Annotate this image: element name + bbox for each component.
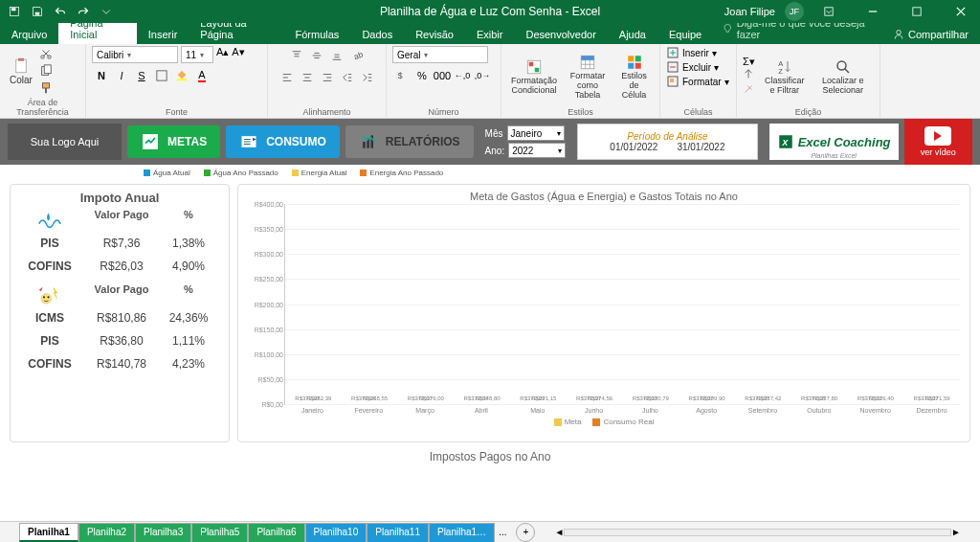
font-name-combo[interactable]: Calibri bbox=[92, 46, 178, 63]
avatar[interactable]: JF bbox=[785, 2, 804, 21]
month-select[interactable]: Janeiro bbox=[507, 125, 565, 141]
increase-font-icon[interactable]: A▴ bbox=[216, 46, 229, 63]
increase-decimal-icon[interactable]: ←,0 bbox=[453, 66, 472, 85]
align-top-icon[interactable] bbox=[287, 46, 306, 65]
svg-rect-1 bbox=[11, 8, 16, 11]
tax-row: COFINSR$140,784,23% bbox=[16, 352, 223, 375]
tab-formulas[interactable]: Fórmulas bbox=[284, 25, 351, 44]
share-button[interactable]: Compartilhar bbox=[881, 25, 980, 44]
tab-data[interactable]: Dados bbox=[350, 25, 404, 44]
underline-button[interactable]: S bbox=[132, 66, 151, 85]
bold-button[interactable]: N bbox=[92, 66, 111, 85]
align-middle-icon[interactable] bbox=[307, 46, 326, 65]
increase-indent-icon[interactable] bbox=[358, 68, 377, 87]
svg-point-74 bbox=[41, 294, 52, 305]
group-number-label: Número bbox=[392, 106, 495, 118]
nav-metas[interactable]: METAS bbox=[127, 125, 220, 158]
save-icon[interactable] bbox=[27, 2, 48, 21]
redo-icon[interactable] bbox=[73, 2, 94, 21]
font-color-button[interactable]: A bbox=[192, 66, 212, 85]
currency-icon[interactable]: $ bbox=[392, 66, 412, 85]
conditional-formatting-button[interactable]: Formatação Condicional bbox=[507, 56, 561, 97]
sheet-tab[interactable]: Planilha2 bbox=[78, 523, 135, 542]
sheet-tabs: Planilha1Planilha2Planilha3Planilha5Plan… bbox=[0, 521, 980, 542]
play-icon bbox=[924, 126, 951, 146]
video-button[interactable]: ver vídeo bbox=[904, 119, 972, 165]
tab-help[interactable]: Ajuda bbox=[608, 25, 657, 44]
insert-cells-button[interactable]: Inserir▾ bbox=[666, 46, 717, 59]
sheet-tab[interactable]: Planilha5 bbox=[191, 523, 248, 542]
svg-rect-62 bbox=[670, 79, 674, 82]
paste-button[interactable]: Colar bbox=[6, 56, 36, 87]
svg-rect-5 bbox=[913, 8, 921, 15]
nav-consumo[interactable]: CONSUMO bbox=[226, 125, 340, 158]
chart-legend: Meta Consumo Real bbox=[244, 418, 964, 426]
tax-row: COFINSR$26,034,90% bbox=[16, 255, 223, 278]
svg-rect-13 bbox=[42, 82, 49, 87]
group-font-label: Fonte bbox=[92, 106, 261, 118]
fill-color-button[interactable] bbox=[172, 66, 191, 85]
decrease-indent-icon[interactable] bbox=[338, 68, 357, 87]
delete-cells-button[interactable]: Excluir▾ bbox=[666, 60, 719, 74]
autosum-icon[interactable]: Σ▾ bbox=[743, 56, 755, 68]
sheet-tab[interactable]: Planilha10 bbox=[305, 523, 368, 542]
sheet-tab[interactable]: Planilha1… bbox=[429, 523, 495, 542]
top-legend: Água Atual Água Ano Passado Energia Atua… bbox=[0, 165, 980, 180]
year-select[interactable]: 2022 bbox=[508, 143, 566, 158]
tab-review[interactable]: Revisão bbox=[404, 25, 465, 44]
tab-view[interactable]: Exibir bbox=[465, 25, 515, 44]
sheets-more[interactable]: ... bbox=[495, 527, 510, 537]
tab-insert[interactable]: Inserir bbox=[137, 25, 189, 44]
sheet-tab[interactable]: Planilha3 bbox=[135, 523, 191, 542]
tax-row: PISR$36,801,11% bbox=[16, 329, 223, 352]
group-styles-label: Estilos bbox=[507, 106, 654, 118]
cut-icon[interactable] bbox=[39, 47, 53, 62]
sheet-tab[interactable]: Planilha11 bbox=[367, 523, 429, 542]
svg-rect-7 bbox=[16, 59, 27, 73]
autosave-icon[interactable] bbox=[4, 2, 25, 21]
format-cells-button[interactable]: Formatar▾ bbox=[666, 75, 729, 88]
align-left-icon[interactable] bbox=[278, 68, 297, 87]
decrease-font-icon[interactable]: A▾ bbox=[232, 46, 244, 63]
cell-styles-button[interactable]: Estilos de Célula bbox=[614, 52, 654, 102]
find-select-button[interactable]: Localizar e Selecionar bbox=[814, 56, 872, 97]
decrease-decimal-icon[interactable]: ,0→ bbox=[473, 66, 492, 85]
user-name[interactable]: Joan Filipe bbox=[724, 6, 775, 17]
sort-filter-button[interactable]: AZClassificar e Filtrar bbox=[758, 56, 812, 97]
tab-team[interactable]: Equipe bbox=[657, 25, 713, 44]
nav-relatorios[interactable]: RELATÓRIOS bbox=[345, 125, 474, 158]
maximize-button[interactable] bbox=[898, 0, 936, 23]
align-right-icon[interactable] bbox=[318, 68, 337, 87]
align-bottom-icon[interactable] bbox=[327, 46, 346, 65]
format-as-table-button[interactable]: Formatar como Tabela bbox=[564, 52, 612, 102]
ribbon-options-icon[interactable] bbox=[810, 0, 848, 23]
svg-text:Z: Z bbox=[778, 66, 783, 75]
italic-button[interactable]: I bbox=[112, 66, 131, 85]
new-sheet-button[interactable]: + bbox=[516, 523, 535, 542]
sheet-tab[interactable]: Planilha6 bbox=[248, 523, 304, 542]
align-center-icon[interactable] bbox=[298, 68, 317, 87]
file-menu[interactable]: Arquivo bbox=[0, 25, 58, 44]
close-button[interactable] bbox=[942, 0, 980, 23]
border-button[interactable] bbox=[152, 66, 171, 85]
horizontal-scrollbar[interactable]: ◄► bbox=[554, 528, 961, 537]
percent-icon[interactable]: % bbox=[412, 66, 432, 85]
window-title: Planilha de Água e Luz Com Senha - Excel bbox=[380, 5, 600, 18]
fill-icon[interactable] bbox=[743, 69, 755, 82]
clear-icon[interactable] bbox=[743, 83, 755, 97]
tax-panel: Impoto Anual Valor Pago% PISR$7,361,38%C… bbox=[10, 184, 230, 442]
number-format-combo[interactable]: Geral bbox=[392, 46, 488, 63]
font-size-combo[interactable]: 11 bbox=[181, 46, 213, 63]
orientation-icon[interactable]: ab bbox=[347, 46, 367, 65]
svg-rect-55 bbox=[635, 62, 640, 68]
sheet-tab[interactable]: Planilha1 bbox=[19, 523, 78, 542]
qat-dropdown-icon[interactable] bbox=[96, 2, 117, 21]
undo-icon[interactable] bbox=[50, 2, 71, 21]
format-painter-icon[interactable] bbox=[39, 81, 53, 97]
copy-icon[interactable] bbox=[39, 64, 53, 79]
minimize-button[interactable] bbox=[854, 0, 892, 23]
group-clipboard-label: Área de Transferência bbox=[6, 97, 79, 118]
tab-developer[interactable]: Desenvolvedor bbox=[514, 25, 607, 44]
svg-rect-54 bbox=[628, 62, 634, 68]
comma-icon[interactable]: 000 bbox=[433, 66, 452, 85]
